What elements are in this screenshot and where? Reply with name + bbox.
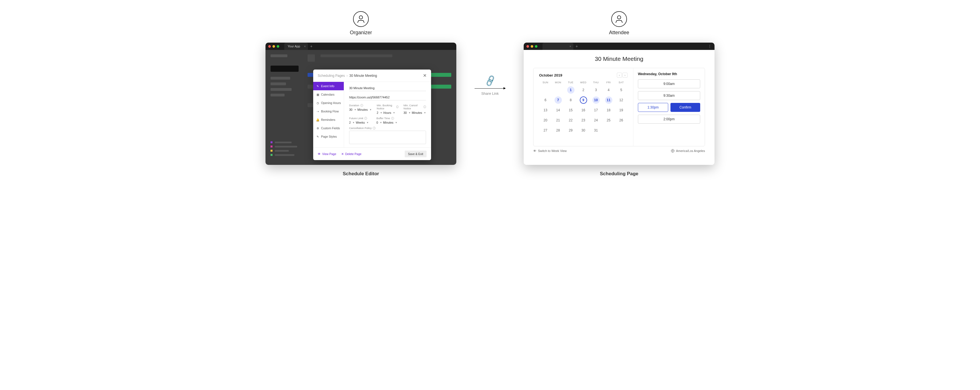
date-cell[interactable]: 17: [590, 106, 602, 114]
date-cell[interactable]: 9: [577, 96, 590, 104]
event-title-input[interactable]: [349, 85, 426, 91]
date-cell[interactable]: 31: [590, 127, 602, 134]
date-cell[interactable]: 18: [602, 106, 615, 114]
new-tab-button[interactable]: +: [576, 44, 578, 48]
duration-label: Duration: [349, 104, 359, 107]
date-cell[interactable]: 26: [615, 116, 627, 124]
chevron-down-icon[interactable]: ▼: [408, 112, 410, 114]
chevron-down-icon[interactable]: ▼: [354, 108, 356, 111]
future-limit-unit[interactable]: Weeks: [356, 121, 365, 124]
side-tab-custom-fields[interactable]: ⚙Custom Fields: [313, 124, 344, 132]
date-cell[interactable]: 23: [577, 116, 590, 124]
date-cell[interactable]: 13: [539, 106, 552, 114]
date-cell[interactable]: 21: [552, 116, 564, 124]
chevron-down-icon[interactable]: ▼: [353, 121, 355, 124]
tab-close-icon[interactable]: ×: [304, 45, 305, 48]
event-url-input[interactable]: [349, 95, 426, 100]
date-cell[interactable]: 12: [615, 96, 627, 104]
menu-icon[interactable]: ⋮: [708, 44, 712, 49]
side-tab-booking-flow[interactable]: ⇢Booking Flow: [313, 107, 344, 116]
duration-unit[interactable]: Minutes: [358, 108, 368, 111]
traffic-max-icon[interactable]: [535, 45, 538, 48]
prev-month-button[interactable]: ‹: [617, 73, 622, 78]
bg-legend: [270, 141, 301, 158]
date-cell[interactable]: 14: [552, 106, 564, 114]
delete-page-link[interactable]: ✕ Delete Page: [341, 152, 361, 155]
date-cell[interactable]: 6: [539, 96, 552, 104]
side-tab-reminders[interactable]: 🔔Reminders: [313, 116, 344, 124]
attendee-persona: Attendee: [609, 11, 629, 36]
traffic-close-icon[interactable]: [268, 45, 271, 48]
min-cancel-unit[interactable]: Minutes: [412, 111, 422, 114]
confirm-button[interactable]: Confirm: [670, 103, 700, 112]
switch-view-link[interactable]: 👁 Switch to Week View: [533, 149, 566, 152]
next-month-button[interactable]: ›: [622, 73, 627, 78]
date-cell[interactable]: 16: [577, 106, 590, 114]
view-page-link[interactable]: 👁 View Page: [318, 152, 336, 155]
date-cell[interactable]: 25: [602, 116, 615, 124]
min-cancel-value[interactable]: 30: [404, 111, 407, 114]
date-cell[interactable]: 3: [590, 86, 602, 94]
time-slot[interactable]: 9:00am: [638, 79, 700, 88]
date-cell[interactable]: 15: [564, 106, 577, 114]
browser-tab[interactable]: Your App ×: [284, 43, 308, 50]
window-titlebar: × + ⋮: [524, 43, 714, 50]
date-cell[interactable]: 7: [552, 96, 564, 104]
chevron-down-icon[interactable]: ▼: [393, 112, 395, 114]
date-cell[interactable]: 8: [564, 96, 577, 104]
chevron-down-icon[interactable]: ▼: [424, 112, 426, 114]
close-icon[interactable]: ✕: [423, 73, 426, 78]
browser-tab[interactable]: ×: [542, 43, 573, 50]
traffic-min-icon[interactable]: [272, 45, 275, 48]
date-cell[interactable]: 11: [602, 96, 615, 104]
date-cell[interactable]: 24: [590, 116, 602, 124]
save-exit-button[interactable]: Save & Exit: [405, 151, 426, 157]
date-cell[interactable]: 30: [577, 127, 590, 134]
chevron-down-icon[interactable]: ▼: [366, 121, 369, 124]
date-cell[interactable]: 4: [602, 86, 615, 94]
date-cell[interactable]: 1: [564, 86, 577, 94]
info-icon[interactable]: i: [423, 105, 426, 108]
chevron-down-icon[interactable]: ▼: [380, 121, 382, 124]
info-icon[interactable]: i: [391, 117, 394, 120]
time-slot[interactable]: 1:30pm: [638, 103, 668, 112]
info-icon[interactable]: i: [373, 127, 375, 130]
traffic-max-icon[interactable]: [277, 45, 279, 48]
date-cell[interactable]: 28: [552, 127, 564, 134]
chevron-down-icon[interactable]: ▼: [369, 108, 372, 111]
side-tab-page-styles[interactable]: ✎Page Styles: [313, 132, 344, 141]
date-cell[interactable]: 22: [564, 116, 577, 124]
future-limit-value[interactable]: 2: [349, 121, 351, 124]
time-slot[interactable]: 2:00pm: [638, 115, 700, 124]
arrow-icon: [474, 88, 506, 89]
chevron-down-icon[interactable]: ▼: [380, 112, 382, 114]
traffic-min-icon[interactable]: [531, 45, 533, 48]
date-cell[interactable]: 5: [615, 86, 627, 94]
user-icon: [353, 11, 369, 27]
info-icon[interactable]: i: [364, 117, 367, 120]
traffic-close-icon[interactable]: [527, 45, 529, 48]
min-booking-value[interactable]: 2: [377, 111, 378, 114]
side-tab-calendars[interactable]: ▦Calendars: [313, 90, 344, 99]
buffer-time-unit[interactable]: Minutes: [383, 121, 393, 124]
info-icon[interactable]: i: [360, 104, 363, 107]
side-tab-event-info[interactable]: ✎Event Info: [313, 82, 344, 90]
min-booking-unit[interactable]: Hours: [383, 111, 391, 114]
buffer-time-value[interactable]: 0: [376, 121, 378, 124]
new-tab-button[interactable]: +: [310, 44, 312, 48]
info-icon[interactable]: i: [396, 105, 399, 108]
date-cell[interactable]: 10: [590, 96, 602, 104]
cancel-policy-textarea[interactable]: [349, 131, 426, 144]
date-cell[interactable]: 27: [539, 127, 552, 134]
date-cell[interactable]: 20: [539, 116, 552, 124]
date-cell[interactable]: 2: [577, 86, 590, 94]
tab-close-icon[interactable]: ×: [570, 45, 571, 48]
chevron-down-icon[interactable]: ▼: [395, 121, 398, 124]
date-cell[interactable]: 29: [564, 127, 577, 134]
side-tab-opening-hours[interactable]: ◷Opening Hours: [313, 99, 344, 107]
date-cell[interactable]: 19: [615, 106, 627, 114]
timezone-label[interactable]: America/Los Angeles: [671, 149, 705, 152]
time-slot[interactable]: 9:30am: [638, 91, 700, 100]
breadcrumb-root[interactable]: Scheduling Pages: [318, 74, 345, 78]
duration-value[interactable]: 30: [349, 108, 353, 111]
